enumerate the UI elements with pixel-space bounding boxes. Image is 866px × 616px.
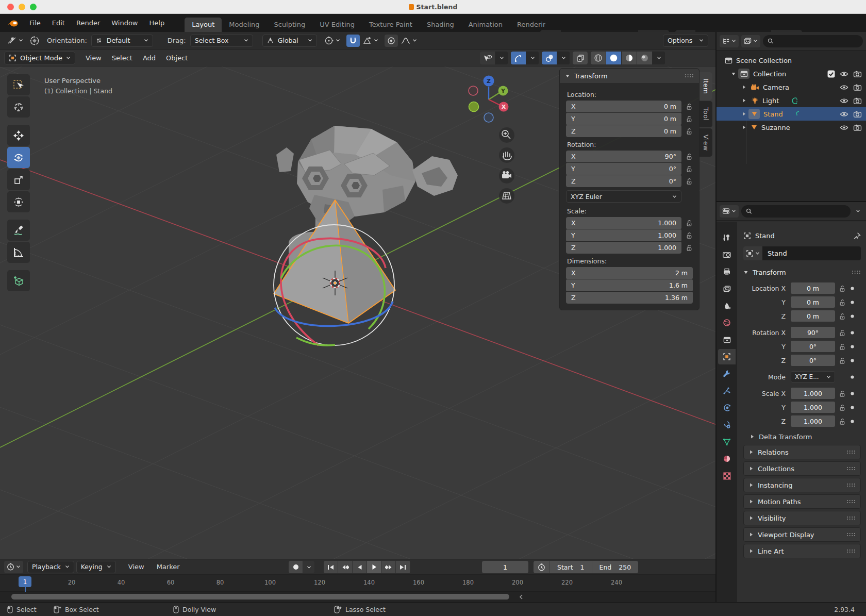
animate-dot-icon[interactable] — [848, 390, 856, 397]
pin-icon[interactable] — [853, 232, 861, 240]
nav-axis-neg-x[interactable] — [469, 86, 478, 95]
auto-keying-dropdown-chevron[interactable] — [303, 561, 314, 573]
disable-in-render-icon[interactable] — [853, 71, 862, 77]
tab-scene-properties[interactable] — [718, 298, 736, 313]
tab-sculpting[interactable]: Sculpting — [267, 18, 312, 32]
animate-dot-icon[interactable] — [848, 285, 856, 292]
row-scene-collection[interactable]: Scene Collection — [717, 54, 866, 67]
tab-physics-properties[interactable] — [718, 400, 736, 415]
section-viewport-display[interactable]: Viewport Display — [743, 527, 861, 542]
dimensions-y-field[interactable]: Y1.6 m — [566, 279, 693, 291]
tab-collection-properties[interactable] — [718, 332, 736, 347]
shading-wireframe-icon[interactable] — [591, 52, 606, 64]
drag-dropdown[interactable]: Select Box — [190, 35, 253, 47]
row-suzanne[interactable]: Suzanne — [717, 121, 866, 134]
frame-start-field[interactable]: Start1 — [550, 561, 592, 573]
tab-object-data-properties[interactable] — [718, 434, 736, 449]
lock-icon[interactable] — [685, 231, 693, 239]
shading-rendered-icon[interactable] — [637, 52, 652, 64]
value-field[interactable]: 0 m — [791, 310, 835, 322]
nav-axis-neg-y[interactable] — [469, 102, 479, 112]
gizmos-dropdown-chevron[interactable] — [526, 52, 539, 64]
object-id-icon[interactable] — [743, 246, 762, 260]
properties-filter-chevron[interactable] — [853, 205, 863, 218]
playback-dropdown[interactable]: Playback — [27, 561, 74, 573]
hide-in-viewport-icon[interactable] — [840, 84, 848, 91]
viewport-menu-object[interactable]: Object — [161, 54, 193, 62]
menu-file[interactable]: File — [24, 14, 46, 32]
shading-material-icon[interactable] — [622, 52, 637, 64]
scale-x-field[interactable]: X1.000 — [566, 217, 681, 229]
animate-dot-icon[interactable] — [848, 357, 856, 364]
location-x-field[interactable]: X0 m — [566, 101, 681, 112]
animate-dot-icon[interactable] — [848, 418, 856, 425]
breadcrumb-object-name[interactable]: Stand — [755, 232, 775, 240]
frame-end-field[interactable]: End250 — [592, 561, 639, 573]
visibility-dropdown-chevron[interactable] — [495, 52, 508, 64]
tab-material-properties[interactable] — [718, 451, 736, 467]
animate-dot-icon[interactable] — [848, 313, 856, 320]
value-field[interactable]: 0° — [791, 355, 835, 366]
animate-dot-icon[interactable] — [848, 299, 856, 306]
value-field[interactable]: 1.000 — [791, 388, 835, 399]
shading-dropdown-chevron[interactable] — [653, 52, 665, 64]
object-name-input[interactable]: Stand — [762, 246, 861, 260]
location-z-field[interactable]: Z0 m — [566, 125, 681, 137]
orientation-dropdown[interactable]: Default — [91, 35, 153, 47]
section-instancing[interactable]: Instancing — [743, 478, 861, 492]
hide-in-viewport-icon[interactable] — [840, 71, 848, 77]
disable-in-render-icon[interactable] — [853, 124, 862, 131]
lock-icon[interactable] — [835, 343, 848, 351]
show-overlays-icon[interactable] — [542, 52, 557, 64]
animate-dot-icon[interactable] — [848, 374, 856, 380]
tool-measure[interactable] — [7, 242, 30, 263]
transform-orientation-dropdown[interactable]: Global — [262, 35, 317, 47]
value-field[interactable]: 0 m — [791, 282, 835, 294]
disable-in-render-icon[interactable] — [853, 84, 862, 91]
lock-icon[interactable] — [685, 244, 693, 252]
playhead-badge[interactable]: 1 — [19, 576, 31, 587]
prev-frame-button[interactable] — [353, 561, 367, 573]
lock-icon[interactable] — [835, 329, 848, 337]
tab-view-layer-properties[interactable] — [718, 281, 736, 296]
scale-y-field[interactable]: Y1.000 — [566, 229, 681, 241]
tool-transform[interactable] — [7, 191, 30, 212]
tab-render-properties[interactable] — [718, 247, 736, 262]
rotation-y-field[interactable]: Y0° — [566, 163, 681, 175]
properties-search-input[interactable] — [755, 208, 846, 215]
nav-axis-neg-z[interactable] — [484, 113, 493, 122]
overlays-dropdown-chevron[interactable] — [557, 52, 570, 64]
pan-view-button[interactable] — [499, 147, 514, 163]
hide-in-viewport-icon[interactable] — [840, 111, 848, 118]
tab-output-properties[interactable] — [718, 264, 736, 279]
transform-props-header[interactable]: Transform — [743, 265, 861, 279]
lock-icon[interactable] — [835, 404, 848, 411]
timeline-menu-marker[interactable]: Marker — [151, 563, 186, 571]
lock-icon[interactable] — [685, 115, 693, 123]
tab-object-properties[interactable] — [718, 349, 736, 364]
lock-icon[interactable] — [835, 285, 848, 292]
value-field[interactable]: 1.000 — [791, 402, 835, 413]
proportional-editing-icon[interactable] — [385, 35, 398, 47]
delta-transform-panel[interactable]: Delta Transform — [750, 430, 861, 443]
location-y-field[interactable]: Y0 m — [566, 113, 681, 125]
play-button[interactable] — [367, 561, 381, 573]
rotation-x-field[interactable]: X90° — [566, 151, 681, 162]
lock-icon[interactable] — [835, 418, 848, 425]
tab-layout[interactable]: Layout — [185, 18, 222, 32]
selectability-visibility-icon[interactable] — [480, 52, 495, 64]
tab-modeling[interactable]: Modeling — [222, 18, 267, 32]
tab-particle-properties[interactable] — [718, 383, 736, 398]
tab-texture-paint[interactable]: Texture Paint — [362, 18, 420, 32]
snap-target-icon[interactable] — [360, 35, 381, 47]
tool-cursor[interactable] — [7, 96, 30, 118]
snap-toggle[interactable] — [346, 35, 360, 47]
disable-in-render-icon[interactable] — [853, 111, 862, 118]
timeline-editor-type-dropdown[interactable] — [4, 561, 23, 573]
shading-solid-icon[interactable] — [606, 52, 621, 64]
mode-dropdown[interactable]: Object Mode — [4, 52, 75, 64]
camera-view-button[interactable] — [499, 168, 514, 184]
transform-panel-header[interactable]: Transform — [560, 69, 699, 83]
tool-annotate[interactable] — [7, 220, 30, 241]
panel-grip-icon[interactable] — [685, 74, 694, 78]
